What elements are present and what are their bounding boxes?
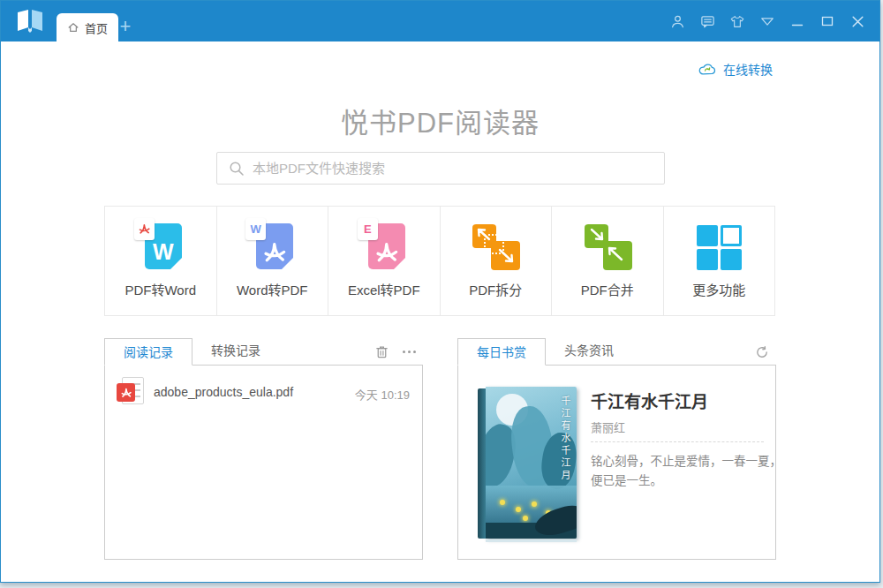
tile-more-features[interactable]: 更多功能 [664,207,775,315]
main-menu-dropdown-icon[interactable] [759,13,775,29]
tab-home-label: 首页 [85,19,108,36]
file-name: adobe_products_eula.pdf [154,385,293,399]
pdf-badge-icon [134,218,155,240]
more-features-icon [694,222,743,271]
pdf-split-icon [471,222,520,271]
tab-convert-history[interactable]: 转换记录 [192,337,279,365]
word-to-pdf-icon: W [247,222,297,271]
maximize-button[interactable] [819,13,835,29]
book-author: 萧丽红 [591,418,625,435]
book-cover-title-text: 千江有水千江月 [558,396,572,482]
pdf-to-word-icon: W [136,222,185,271]
cloud-convert-icon [697,61,718,77]
divider [591,441,764,442]
file-list-item[interactable]: adobe_products_eula.pdf 今天 10:19 [105,373,422,411]
word-badge-icon: W [245,218,266,240]
online-convert-link[interactable]: 在线转换 [697,60,773,78]
home-icon [67,21,79,34]
tile-label: PDF合并 [552,280,663,298]
theme-skin-icon[interactable] [729,13,745,29]
minimize-button[interactable] [789,13,805,29]
excel-to-pdf-icon: E [359,222,409,271]
tile-pdf-to-word[interactable]: W PDF转Word [105,207,217,315]
tile-label: Excel转PDF [328,280,440,298]
tab-headlines[interactable]: 头条资讯 [546,337,632,365]
tab-home[interactable]: 首页 [57,13,118,41]
tile-word-to-pdf[interactable]: W Word转PDF [217,207,329,315]
app-window: 首页 + [0,0,880,583]
daily-tabs: 每日书赏 头条资讯 [457,337,776,365]
tile-label: 更多功能 [664,280,775,298]
book-cover: 千江有水千江月 [478,387,577,540]
online-convert-label: 在线转换 [723,60,773,78]
pdf-file-icon [117,377,144,407]
tab-daily-book[interactable]: 每日书赏 [457,338,546,366]
clear-history-trash-icon[interactable] [374,344,389,359]
titlebar: 首页 + [1,1,879,41]
daily-book-card[interactable]: 千江有水千江月 千江有水千江月 萧丽红 铭心刻骨，不止是爱情，一春一夏，便已是一… [457,365,776,560]
tile-label: PDF转Word [105,280,216,298]
message-feedback-icon[interactable] [699,13,715,29]
file-timestamp: 今天 10:19 [355,386,410,403]
search-box [216,152,665,185]
more-options-icon[interactable] [403,351,416,353]
history-panel: 阅读记录 转换记录 adobe_products_eula.p [104,337,423,560]
tile-label: Word转PDF [217,280,328,298]
history-tabs: 阅读记录 转换记录 [104,337,423,365]
refresh-icon[interactable] [755,345,769,359]
history-list: adobe_products_eula.pdf 今天 10:19 [104,365,423,560]
user-account-icon[interactable] [669,13,685,29]
tile-excel-to-pdf[interactable]: E Excel转PDF [328,207,441,315]
tile-label: PDF拆分 [441,280,552,298]
daily-panel: 每日书赏 头条资讯 千江有水千江月 [457,337,776,560]
tab-reading-history[interactable]: 阅读记录 [104,338,192,366]
book-title: 千江有水千江月 [591,388,708,412]
close-button[interactable] [849,13,865,29]
page-title: 悦书PDF阅读器 [1,101,879,140]
tile-pdf-split[interactable]: PDF拆分 [441,207,553,315]
pdf-merge-icon [583,222,632,271]
search-input[interactable] [253,154,659,183]
function-tiles: W PDF转Word W Word转PDF [104,206,775,316]
tile-pdf-merge[interactable]: PDF合并 [552,207,664,315]
excel-badge-icon: E [358,218,378,240]
search-icon [229,161,245,177]
book-description: 铭心刻骨，不止是爱情，一春一夏，便已是一生。 [591,452,781,492]
titlebar-actions [669,13,865,29]
app-logo-icon [16,9,44,34]
new-tab-button[interactable]: + [117,18,134,35]
